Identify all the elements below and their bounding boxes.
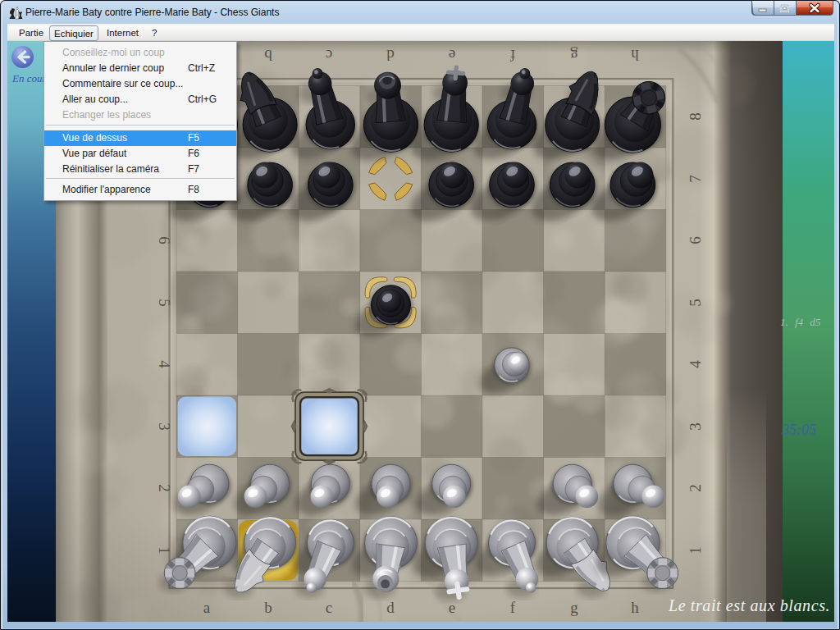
svg-text:1. f4 d5: 1. f4 d5 xyxy=(780,316,821,328)
svg-text:Le trait est aux blancs.: Le trait est aux blancs. xyxy=(668,596,830,614)
svg-text:35:05: 35:05 xyxy=(781,422,816,438)
